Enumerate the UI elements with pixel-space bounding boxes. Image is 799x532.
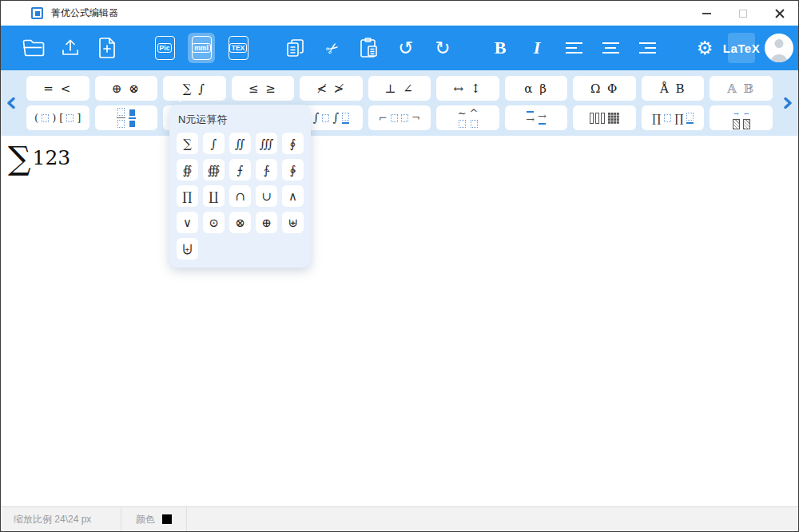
- color-swatch[interactable]: [162, 514, 172, 524]
- formula-content[interactable]: ∑123: [8, 142, 798, 174]
- nary-operators-grid: ∑∫∬∭∮∯∰⨍∱∲∏∐∩∪∧∨⊙⊗⊕⊎⨄: [177, 133, 304, 260]
- nary-operator-button[interactable]: ⊗: [229, 212, 251, 233]
- arrow-template-button[interactable]: [505, 105, 568, 130]
- window-title: 菁优公式编辑器: [51, 6, 118, 20]
- nary-operator-button[interactable]: ⨍: [229, 159, 251, 181]
- align-left-icon: [566, 42, 582, 54]
- nary-operator-button[interactable]: ∲: [282, 159, 304, 181]
- redo-icon: ↻: [435, 39, 450, 58]
- brackets-template-button[interactable]: [26, 105, 89, 130]
- undo-button[interactable]: ↺: [392, 33, 419, 63]
- nary-operator-button[interactable]: ⨄: [177, 238, 198, 260]
- align-center-button[interactable]: [597, 33, 624, 63]
- nary-operator-button[interactable]: ∯: [177, 159, 198, 181]
- chevron-right-icon: [784, 97, 792, 109]
- new-formula-button[interactable]: [93, 33, 121, 63]
- symbol-category-button[interactable]: ∑ ∫: [163, 76, 226, 101]
- export-button[interactable]: [57, 33, 84, 63]
- align-right-icon: [639, 42, 656, 54]
- chevron-left-icon: [7, 97, 15, 109]
- matrix-template-button[interactable]: [573, 105, 636, 130]
- minimize-button[interactable]: [688, 1, 725, 26]
- symbol-category-button[interactable]: = <: [26, 76, 89, 101]
- maximize-button[interactable]: [725, 1, 761, 26]
- matrix-template-icon: [590, 113, 605, 124]
- gear-icon: ⚙: [697, 39, 714, 58]
- nary-operator-button[interactable]: ∱: [256, 159, 277, 181]
- align-left-button[interactable]: [560, 33, 587, 63]
- nary-operator-button[interactable]: ⊎: [282, 212, 304, 233]
- cut-button[interactable]: ✂: [319, 33, 346, 63]
- clipboard-icon: [358, 37, 380, 59]
- formula-expression: 123: [33, 146, 71, 169]
- nary-operator-button[interactable]: ∰: [203, 159, 225, 181]
- zoom-status: 缩放比例 24\24 px: [1, 507, 121, 531]
- nary-operator-button[interactable]: ∧: [282, 185, 304, 207]
- tex-file-icon: TEX: [229, 36, 248, 60]
- nary-operator-button[interactable]: ⊙: [203, 212, 225, 233]
- symbol-category-button[interactable]: ≮ ≯: [300, 76, 363, 101]
- symbol-category-button[interactable]: ⊕ ⊗: [95, 76, 158, 101]
- redo-button[interactable]: ↻: [429, 33, 456, 63]
- open-file-button[interactable]: [20, 33, 47, 63]
- italic-button[interactable]: I: [523, 33, 551, 63]
- scissors-icon: ✂: [322, 37, 343, 59]
- nary-operator-button[interactable]: ∪: [256, 185, 277, 207]
- nary-operator-button[interactable]: ∑: [177, 133, 198, 154]
- zoom-label: 缩放比例 24\24 px: [14, 513, 91, 526]
- nary-operator-button[interactable]: ∮: [282, 133, 304, 154]
- product-template-button[interactable]: [642, 105, 705, 130]
- symbol-category-button[interactable]: Ω Φ: [573, 76, 636, 101]
- paste-button[interactable]: [356, 33, 383, 63]
- folder-icon: [22, 38, 46, 58]
- latex-mode-button[interactable]: LaTeX: [728, 33, 755, 63]
- new-file-icon: [97, 37, 117, 59]
- app-logo-icon: [31, 7, 43, 19]
- accent-template-button[interactable]: [436, 105, 499, 130]
- palette-scroll-right[interactable]: [777, 97, 798, 109]
- hatch-template-button[interactable]: [710, 105, 773, 130]
- nary-operator-button[interactable]: ∭: [256, 133, 277, 154]
- copy-button[interactable]: [282, 33, 309, 63]
- italic-label: I: [534, 38, 541, 58]
- nary-operator-button[interactable]: ∫: [203, 133, 225, 154]
- integral-template-icon: [313, 112, 320, 124]
- symbol-category-button[interactable]: α β: [505, 76, 568, 101]
- nary-operator-button[interactable]: ∏: [177, 185, 198, 207]
- nary-operator-button[interactable]: ∐: [203, 185, 225, 207]
- app-window: 菁优公式编辑器 Pic mml TEX ✂: [0, 0, 799, 532]
- palette-scroll-left[interactable]: [1, 97, 22, 109]
- symbol-category-button[interactable]: Å B: [642, 76, 705, 101]
- bold-label: B: [495, 38, 507, 58]
- align-right-button[interactable]: [634, 33, 661, 63]
- close-button[interactable]: [761, 1, 798, 26]
- maximize-icon: [739, 10, 747, 18]
- symbol-category-button[interactable]: ≤ ≥: [232, 76, 295, 101]
- export-tex-button[interactable]: TEX: [225, 33, 252, 63]
- symbol-category-button[interactable]: ↔ ↕: [436, 76, 499, 101]
- avatar-person-icon: [775, 39, 784, 48]
- color-status: 颜色: [121, 507, 186, 531]
- copy-icon: [284, 37, 307, 59]
- nary-operator-button[interactable]: ∬: [229, 133, 251, 154]
- bold-button[interactable]: B: [487, 33, 514, 63]
- settings-button[interactable]: ⚙: [691, 33, 718, 63]
- mml-file-icon: mml: [192, 36, 212, 60]
- symbol-category-button[interactable]: ⊥ ∠: [368, 76, 431, 101]
- export-pic-button[interactable]: Pic: [151, 33, 178, 63]
- nary-operator-button[interactable]: ∩: [229, 185, 251, 207]
- sum-symbol: ∑: [8, 140, 31, 177]
- title-bar: 菁优公式编辑器: [1, 1, 798, 26]
- export-mml-button[interactable]: mml: [188, 33, 215, 63]
- nary-operator-button[interactable]: ∨: [177, 212, 198, 233]
- nary-operator-button[interactable]: ⊕: [256, 212, 277, 233]
- norm-template-button[interactable]: [368, 105, 431, 130]
- fraction-template-button[interactable]: [95, 105, 158, 130]
- symbol-category-button[interactable]: 𝔸 𝔹: [710, 76, 773, 101]
- symbol-palette: = <⊕ ⊗∑ ∫≤ ≥≮ ≯⊥ ∠↔ ↕α βΩ ΦÅ B𝔸 𝔹: [1, 70, 798, 136]
- main-toolbar: Pic mml TEX ✂ ↺ ↻ B I ⚙ LaTeX: [1, 26, 798, 70]
- close-icon: [775, 9, 785, 18]
- user-avatar[interactable]: [765, 34, 793, 62]
- palette-template-row: [26, 105, 773, 130]
- formula-editor-canvas[interactable]: ∑123: [1, 136, 798, 506]
